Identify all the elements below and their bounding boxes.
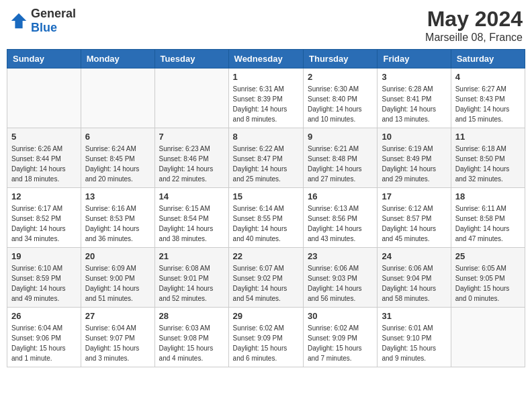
calendar-cell: 22Sunrise: 6:07 AM Sunset: 9:02 PM Dayli…: [228, 248, 303, 308]
logo-general: General: [31, 7, 76, 20]
calendar-cell: 25Sunrise: 6:05 AM Sunset: 9:05 PM Dayli…: [451, 248, 525, 308]
cell-day-number: 1: [233, 72, 299, 82]
cell-info: Sunrise: 6:13 AM Sunset: 8:56 PM Dayligh…: [308, 203, 373, 244]
col-header-tuesday: Tuesday: [154, 50, 228, 68]
calendar-cell: 6Sunrise: 6:24 AM Sunset: 8:45 PM Daylig…: [81, 128, 154, 188]
cell-info: Sunrise: 6:16 AM Sunset: 8:53 PM Dayligh…: [85, 203, 150, 244]
calendar-cell: 2Sunrise: 6:30 AM Sunset: 8:40 PM Daylig…: [304, 68, 378, 128]
cell-info: Sunrise: 6:02 AM Sunset: 9:09 PM Dayligh…: [308, 323, 373, 363]
calendar-cell: 7Sunrise: 6:23 AM Sunset: 8:46 PM Daylig…: [154, 128, 228, 188]
col-header-monday: Monday: [81, 50, 154, 68]
cell-info: Sunrise: 6:22 AM Sunset: 8:47 PM Dayligh…: [233, 144, 299, 184]
cell-info: Sunrise: 6:21 AM Sunset: 8:48 PM Dayligh…: [308, 144, 373, 184]
calendar-cell: 14Sunrise: 6:15 AM Sunset: 8:54 PM Dayli…: [154, 188, 228, 248]
col-header-wednesday: Wednesday: [228, 50, 303, 68]
cell-day-number: 27: [85, 311, 150, 321]
cell-day-number: 15: [233, 191, 299, 201]
cell-info: Sunrise: 6:18 AM Sunset: 8:50 PM Dayligh…: [455, 144, 521, 184]
cell-info: Sunrise: 6:17 AM Sunset: 8:52 PM Dayligh…: [11, 203, 77, 244]
cell-info: Sunrise: 6:02 AM Sunset: 9:09 PM Dayligh…: [233, 323, 299, 363]
calendar-cell: 18Sunrise: 6:11 AM Sunset: 8:58 PM Dayli…: [451, 188, 525, 248]
col-header-sunday: Sunday: [7, 50, 81, 68]
cell-info: Sunrise: 6:05 AM Sunset: 9:05 PM Dayligh…: [455, 263, 521, 304]
cell-day-number: 13: [85, 191, 150, 201]
calendar-cell: 26Sunrise: 6:04 AM Sunset: 9:06 PM Dayli…: [7, 308, 81, 367]
cell-day-number: 30: [308, 311, 373, 321]
calendar-cell: 31Sunrise: 6:01 AM Sunset: 9:10 PM Dayli…: [378, 308, 451, 367]
cell-info: Sunrise: 6:01 AM Sunset: 9:10 PM Dayligh…: [382, 323, 446, 363]
cell-info: Sunrise: 6:31 AM Sunset: 8:39 PM Dayligh…: [233, 84, 299, 124]
cell-info: Sunrise: 6:19 AM Sunset: 8:49 PM Dayligh…: [382, 144, 446, 184]
cell-info: Sunrise: 6:08 AM Sunset: 9:01 PM Dayligh…: [159, 263, 224, 304]
calendar-week-1: 1Sunrise: 6:31 AM Sunset: 8:39 PM Daylig…: [7, 68, 525, 128]
calendar-cell: [154, 68, 228, 128]
cell-info: Sunrise: 6:03 AM Sunset: 9:08 PM Dayligh…: [159, 323, 224, 363]
calendar-cell: 8Sunrise: 6:22 AM Sunset: 8:47 PM Daylig…: [228, 128, 303, 188]
svg-marker-0: [11, 13, 26, 28]
calendar-week-3: 12Sunrise: 6:17 AM Sunset: 8:52 PM Dayli…: [7, 188, 525, 248]
cell-day-number: 4: [455, 72, 521, 82]
calendar-cell: 20Sunrise: 6:09 AM Sunset: 9:00 PM Dayli…: [81, 248, 154, 308]
calendar-cell: 1Sunrise: 6:31 AM Sunset: 8:39 PM Daylig…: [228, 68, 303, 128]
calendar-cell: 10Sunrise: 6:19 AM Sunset: 8:49 PM Dayli…: [378, 128, 451, 188]
cell-info: Sunrise: 6:15 AM Sunset: 8:54 PM Dayligh…: [159, 203, 224, 244]
logo-icon: [9, 11, 28, 30]
calendar-cell: 24Sunrise: 6:06 AM Sunset: 9:04 PM Dayli…: [378, 248, 451, 308]
calendar-cell: 27Sunrise: 6:04 AM Sunset: 9:07 PM Dayli…: [81, 308, 154, 367]
logo-text: General Blue: [31, 7, 76, 35]
cell-day-number: 3: [382, 72, 446, 82]
location-title: Marseille 08, France: [425, 32, 523, 44]
calendar-header-row: SundayMondayTuesdayWednesdayThursdayFrid…: [7, 50, 525, 68]
cell-info: Sunrise: 6:26 AM Sunset: 8:44 PM Dayligh…: [11, 144, 77, 184]
calendar-cell: 5Sunrise: 6:26 AM Sunset: 8:44 PM Daylig…: [7, 128, 81, 188]
cell-day-number: 29: [233, 311, 299, 321]
cell-info: Sunrise: 6:24 AM Sunset: 8:45 PM Dayligh…: [85, 144, 150, 184]
cell-day-number: 8: [233, 132, 299, 142]
cell-day-number: 5: [11, 132, 77, 142]
cell-info: Sunrise: 6:12 AM Sunset: 8:57 PM Dayligh…: [382, 203, 446, 244]
calendar-cell: [7, 68, 81, 128]
cell-day-number: 19: [11, 251, 77, 261]
cell-info: Sunrise: 6:07 AM Sunset: 9:02 PM Dayligh…: [233, 263, 299, 304]
calendar-cell: 16Sunrise: 6:13 AM Sunset: 8:56 PM Dayli…: [304, 188, 378, 248]
title-block: May 2024 Marseille 08, France: [425, 7, 523, 44]
cell-day-number: 12: [11, 191, 77, 201]
cell-day-number: 10: [382, 132, 446, 142]
cell-day-number: 17: [382, 191, 446, 201]
calendar-week-5: 26Sunrise: 6:04 AM Sunset: 9:06 PM Dayli…: [7, 308, 525, 367]
col-header-saturday: Saturday: [451, 50, 525, 68]
calendar-cell: [81, 68, 154, 128]
cell-day-number: 25: [455, 251, 521, 261]
calendar-cell: 17Sunrise: 6:12 AM Sunset: 8:57 PM Dayli…: [378, 188, 451, 248]
cell-day-number: 23: [308, 251, 373, 261]
cell-day-number: 14: [159, 191, 224, 201]
calendar-week-2: 5Sunrise: 6:26 AM Sunset: 8:44 PM Daylig…: [7, 128, 525, 188]
cell-info: Sunrise: 6:30 AM Sunset: 8:40 PM Dayligh…: [308, 84, 373, 124]
cell-day-number: 18: [455, 191, 521, 201]
calendar-cell: 21Sunrise: 6:08 AM Sunset: 9:01 PM Dayli…: [154, 248, 228, 308]
calendar-cell: 4Sunrise: 6:27 AM Sunset: 8:43 PM Daylig…: [451, 68, 525, 128]
calendar-cell: 9Sunrise: 6:21 AM Sunset: 8:48 PM Daylig…: [304, 128, 378, 188]
calendar-cell: 23Sunrise: 6:06 AM Sunset: 9:03 PM Dayli…: [304, 248, 378, 308]
month-title: May 2024: [425, 7, 523, 32]
cell-day-number: 31: [382, 311, 446, 321]
calendar-cell: 29Sunrise: 6:02 AM Sunset: 9:09 PM Dayli…: [228, 308, 303, 367]
cell-day-number: 24: [382, 251, 446, 261]
logo-blue: Blue: [31, 21, 57, 34]
logo: General Blue: [9, 7, 76, 35]
cell-info: Sunrise: 6:06 AM Sunset: 9:03 PM Dayligh…: [308, 263, 373, 304]
cell-day-number: 9: [308, 132, 373, 142]
calendar-cell: 30Sunrise: 6:02 AM Sunset: 9:09 PM Dayli…: [304, 308, 378, 367]
calendar-week-4: 19Sunrise: 6:10 AM Sunset: 8:59 PM Dayli…: [7, 248, 525, 308]
cell-info: Sunrise: 6:10 AM Sunset: 8:59 PM Dayligh…: [11, 263, 77, 304]
page-header: General Blue May 2024 Marseille 08, Fran…: [7, 7, 525, 44]
cell-day-number: 21: [159, 251, 224, 261]
cell-day-number: 2: [308, 72, 373, 82]
cell-day-number: 28: [159, 311, 224, 321]
cell-info: Sunrise: 6:23 AM Sunset: 8:46 PM Dayligh…: [159, 144, 224, 184]
cell-day-number: 16: [308, 191, 373, 201]
cell-info: Sunrise: 6:06 AM Sunset: 9:04 PM Dayligh…: [382, 263, 446, 304]
cell-info: Sunrise: 6:28 AM Sunset: 8:41 PM Dayligh…: [382, 84, 446, 124]
cell-day-number: 22: [233, 251, 299, 261]
calendar-cell: 11Sunrise: 6:18 AM Sunset: 8:50 PM Dayli…: [451, 128, 525, 188]
